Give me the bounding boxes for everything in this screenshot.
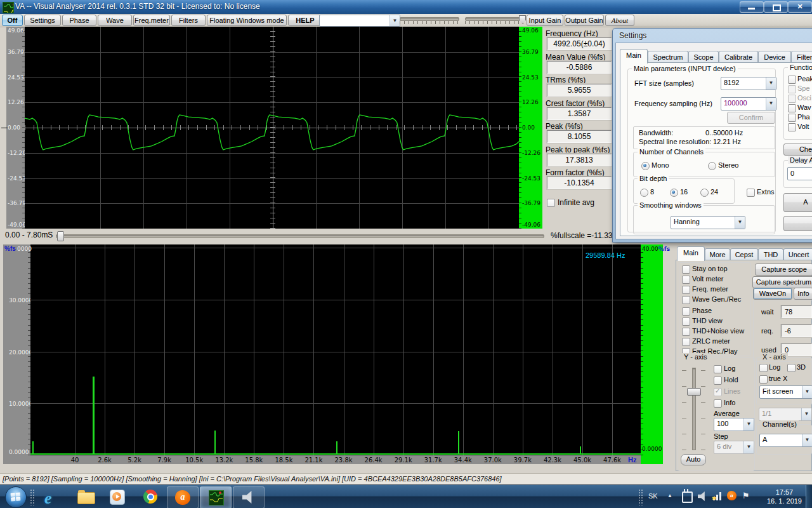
toolbar-button-settings[interactable]: Settings xyxy=(24,15,61,26)
panel-checkbox-stay-on-top[interactable] xyxy=(682,265,690,274)
bit-depth-radio-16[interactable] xyxy=(670,189,678,197)
x-axis-3d-label: 3D xyxy=(797,363,806,371)
status-text: [Points = 8192] [Sampling = 100000Hz] [S… xyxy=(3,475,502,483)
chevron-down-icon: ▼ xyxy=(801,408,811,420)
settings-tab-scope[interactable]: Scope xyxy=(688,51,719,64)
panel-checkbox-phase[interactable] xyxy=(682,307,690,316)
panel-tab-more[interactable]: More xyxy=(705,248,730,261)
y-axis-checkbox-log[interactable] xyxy=(714,365,722,373)
toolbar-combobox[interactable]: ▼ xyxy=(319,15,400,27)
step-combobox[interactable]: 6 div▼ xyxy=(714,441,754,454)
function-checkbox-volt[interactable] xyxy=(788,123,796,131)
panel-tab-cepst[interactable]: Cepst xyxy=(730,248,758,261)
scope-hscroll[interactable] xyxy=(56,234,544,238)
smoothing-combobox[interactable]: Hanning▼ xyxy=(671,216,745,229)
settings-tab-device[interactable]: Device xyxy=(758,51,791,64)
function-checkbox-wav[interactable] xyxy=(788,104,796,112)
confirm-button[interactable]: Confirm xyxy=(727,112,775,124)
toolbar-button-phase[interactable]: Phase xyxy=(62,15,96,26)
toolbar-button-filters[interactable]: Filters xyxy=(171,15,206,26)
ratio-combobox[interactable]: 1/1▼ xyxy=(759,408,812,421)
fit-screen-combobox[interactable]: Fit screen▼ xyxy=(759,385,812,399)
avast-taskbar-button[interactable]: a xyxy=(167,486,199,508)
chrome-icon[interactable] xyxy=(143,490,157,504)
x-axis-log-checkbox[interactable] xyxy=(759,364,768,372)
apply-button[interactable]: A xyxy=(783,193,812,212)
window-restore-button[interactable] xyxy=(764,1,788,13)
toolbar-button-about[interactable]: About xyxy=(605,15,634,26)
bit-depth-radio-24[interactable] xyxy=(700,189,709,197)
toolbar-button-output-gain[interactable]: Output Gain xyxy=(565,15,604,26)
auto-button[interactable]: Auto xyxy=(681,454,706,465)
y-scale-slider-track[interactable] xyxy=(692,368,696,450)
toolbar-button-wave[interactable]: Wave xyxy=(98,15,132,26)
function-checkbox-pha[interactable] xyxy=(788,114,796,122)
delay-input[interactable]: 0 xyxy=(787,167,812,180)
bit-depth-radio-8[interactable] xyxy=(640,189,648,197)
settings-tab-spectrum[interactable]: Spectrum xyxy=(648,51,688,64)
action-center-flag-icon[interactable]: ⚑ xyxy=(742,491,750,500)
ie-icon[interactable]: e xyxy=(44,489,62,505)
x-axis-3d-checkbox[interactable] xyxy=(787,364,796,372)
panel-checkbox-thd-noise-view[interactable] xyxy=(682,328,690,336)
settings-tab-calibrate[interactable]: Calibrate xyxy=(719,51,758,64)
toolbar-button-floating-windows-mode[interactable]: Floating Windows mode xyxy=(207,15,287,26)
panel-tab-uncert[interactable]: Uncert xyxy=(783,248,812,261)
power-plug-icon[interactable] xyxy=(682,491,693,503)
start-button[interactable] xyxy=(5,486,27,508)
y-axis-checkbox-hold[interactable] xyxy=(714,377,722,385)
language-indicator[interactable]: SK xyxy=(648,492,658,500)
explorer-folder-icon[interactable] xyxy=(77,492,95,504)
clock[interactable]: 17:5716. 1. 2019 xyxy=(767,488,802,505)
measurement-label: TRms (%fs) xyxy=(546,76,586,84)
toolbar-button-off[interactable]: Off xyxy=(2,15,23,26)
info-button[interactable]: Info xyxy=(794,288,812,300)
panel-checkbox-volt-meter[interactable] xyxy=(682,276,690,284)
toolbar-button-help[interactable]: HELP xyxy=(288,15,322,26)
function-checkbox-spe[interactable] xyxy=(788,85,796,93)
stereo-radio[interactable] xyxy=(708,162,716,170)
counter-label-req: req. xyxy=(761,327,773,335)
settings-tab-filters[interactable]: Filters xyxy=(791,51,812,64)
check-button[interactable]: Che xyxy=(783,144,812,156)
scope-hscroll-thumb[interactable] xyxy=(57,231,64,241)
settings-extra-button[interactable] xyxy=(783,216,812,231)
average-combobox[interactable]: 100▼ xyxy=(714,418,754,431)
fft-size-combobox[interactable]: 8192▼ xyxy=(721,77,776,90)
panel-tab-main[interactable]: Main xyxy=(677,246,705,261)
settings-tab-main[interactable]: Main xyxy=(620,49,648,64)
panel-checkbox-wave-gen-rec[interactable] xyxy=(682,296,690,304)
y-scale-slider-thumb[interactable] xyxy=(687,388,701,396)
panel-checkbox-thd-view[interactable] xyxy=(682,318,690,326)
tray-avast-icon[interactable]: a xyxy=(727,491,737,500)
capture-spectrum-button[interactable]: Capture spectrum xyxy=(752,276,812,288)
truex-checkbox[interactable] xyxy=(759,375,768,384)
panel-checkbox-zrlc-meter[interactable] xyxy=(682,338,690,346)
visual-analyser-taskbar-button[interactable] xyxy=(200,486,232,508)
toolbar-button-input-gain[interactable]: Input Gain xyxy=(527,15,563,26)
y-axis-checkbox-lines[interactable] xyxy=(714,388,722,396)
panel-tab-thd[interactable]: THD xyxy=(758,248,783,261)
extns-checkbox[interactable] xyxy=(747,189,755,197)
y-axis-checkbox-info[interactable] xyxy=(714,399,722,408)
volume-mixer-taskbar-button[interactable] xyxy=(233,486,265,508)
tray-speaker-icon[interactable] xyxy=(698,491,707,501)
toolbar-button-freq-meter[interactable]: Freq.meter xyxy=(133,15,170,26)
infinite-avg-checkbox[interactable] xyxy=(547,199,555,207)
function-checkbox-peak[interactable] xyxy=(788,76,796,84)
panel-checkbox-freq-meter[interactable] xyxy=(682,286,690,294)
show-desktop-button[interactable] xyxy=(806,485,812,508)
window-minimize-button[interactable] xyxy=(740,1,764,13)
tray-expand-icon[interactable]: ▲ xyxy=(667,493,672,498)
window-close-button[interactable]: ✕ xyxy=(788,1,812,13)
channel-combobox[interactable]: A▼ xyxy=(759,434,812,447)
waveon-button[interactable]: WaveOn xyxy=(753,288,792,300)
network-icon[interactable]: ✱ xyxy=(713,492,722,500)
media-player-icon[interactable] xyxy=(110,490,125,505)
capture-scope-button[interactable]: Capture scope xyxy=(755,264,812,276)
mono-radio[interactable] xyxy=(641,162,650,170)
function-checkbox-osci[interactable] xyxy=(788,95,796,103)
spectrum-right-bar xyxy=(641,244,663,464)
function-label-volt: Volt xyxy=(797,123,809,130)
frequency-sampling-combobox[interactable]: 100000▼ xyxy=(721,97,776,110)
